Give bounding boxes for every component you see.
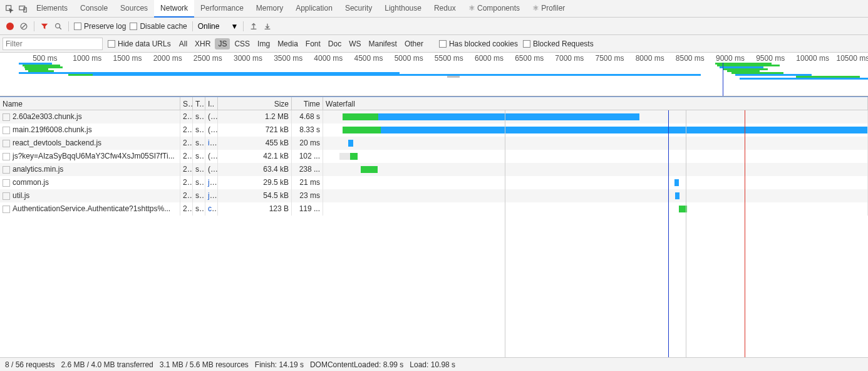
cell-s: 2..	[180, 123, 193, 137]
col-status[interactable]: S..	[180, 97, 193, 110]
type-filter-css[interactable]: CSS	[231, 38, 253, 50]
file-name: react_devtools_backend.js	[13, 138, 101, 147]
cell-size: 1.2 MB	[218, 110, 292, 123]
disable-cache-checkbox[interactable]: Disable cache	[130, 22, 187, 31]
cell-t: s..	[193, 110, 205, 123]
filter-input[interactable]	[3, 38, 103, 50]
cell-s: 2..	[180, 110, 193, 123]
divider	[192, 21, 193, 31]
type-filter-other[interactable]: Other	[401, 38, 426, 50]
tab-sources[interactable]: Sources	[114, 0, 154, 18]
filter-toggle-icon[interactable]	[39, 21, 49, 31]
waterfall-cell	[323, 123, 868, 137]
hide-data-urls-checkbox[interactable]: Hide data URLs	[108, 39, 171, 48]
tab--profiler[interactable]: ⚛ Profiler	[526, 0, 571, 18]
search-icon[interactable]	[53, 21, 63, 31]
cell-i: (...	[205, 150, 218, 163]
preserve-log-checkbox[interactable]: Preserve log	[74, 22, 126, 31]
waterfall-segment	[381, 127, 868, 133]
cell-s: 2..	[180, 163, 193, 176]
waterfall-segment	[679, 206, 687, 212]
type-filter-ws[interactable]: WS	[346, 38, 364, 50]
checkbox-icon	[439, 40, 447, 48]
checkbox-icon	[108, 40, 115, 48]
table-row[interactable]: react_devtools_backend.js2..s..i...455 k…	[0, 137, 868, 150]
throttle-select[interactable]: Online▼	[198, 22, 239, 31]
type-filter-manifest[interactable]: Manifest	[366, 38, 400, 50]
tab-console[interactable]: Console	[74, 0, 114, 18]
tick-label: 500 ms	[33, 54, 57, 63]
tab-application[interactable]: Application	[289, 0, 339, 18]
tab-elements[interactable]: Elements	[30, 0, 74, 18]
table-row[interactable]: analytics.min.js2..s..(...63.4 kB238 ...	[0, 163, 868, 176]
file-icon	[3, 192, 10, 200]
col-initiator[interactable]: I..	[205, 97, 218, 110]
cell-t: s..	[193, 137, 205, 150]
waterfall-cell	[323, 176, 868, 189]
cell-s: 2..	[180, 176, 193, 189]
cell-i: j...	[205, 189, 218, 202]
cell-i: (...	[205, 110, 218, 123]
type-filters: AllXHRJSCSSImgMediaFontDocWSManifestOthe…	[176, 38, 426, 50]
record-button[interactable]	[5, 21, 15, 31]
clear-icon[interactable]	[19, 21, 29, 31]
waterfall-segment	[343, 127, 381, 133]
chevron-down-icon: ▼	[230, 22, 238, 31]
waterfall-segment	[378, 113, 639, 120]
waterfall-segment	[343, 113, 378, 120]
cell-t: s..	[193, 163, 205, 176]
tab-lighthouse[interactable]: Lighthouse	[378, 0, 428, 18]
tab-performance[interactable]: Performance	[194, 0, 250, 18]
network-grid: Name S.. T.. I.. Size Time Waterfall 2.6…	[0, 97, 868, 357]
type-filter-all[interactable]: All	[176, 38, 190, 50]
table-row[interactable]: util.js2..s..j...54.5 kB23 ms	[0, 189, 868, 202]
col-waterfall[interactable]: Waterfall	[323, 97, 868, 110]
divider	[243, 21, 244, 31]
type-filter-media[interactable]: Media	[274, 38, 301, 50]
table-row[interactable]: js?key=AIzaSyBqqU6MaY3Cfw4XsJm05SI7fTi..…	[0, 150, 868, 163]
cell-i: c..	[205, 202, 218, 216]
table-row[interactable]: main.219f6008.chunk.js2..s..(...721 kB8.…	[0, 123, 868, 137]
upload-har-icon[interactable]	[249, 21, 259, 31]
type-filter-font[interactable]: Font	[302, 38, 324, 50]
tick-label: 3000 ms	[234, 54, 262, 63]
cell-t: s..	[193, 123, 205, 137]
cell-size: 455 kB	[218, 137, 292, 150]
tab-security[interactable]: Security	[339, 0, 378, 18]
tick-label: 2000 ms	[153, 54, 182, 63]
tab-redux[interactable]: Redux	[428, 0, 462, 18]
tab--components[interactable]: ⚛ Components	[462, 0, 526, 18]
cell-time: 4.68 s	[292, 110, 323, 123]
file-icon	[3, 206, 10, 213]
svg-point-4	[56, 23, 60, 28]
timeline-overview[interactable]: 500 ms1000 ms1500 ms2000 ms2500 ms3000 m…	[0, 53, 868, 97]
type-filter-xhr[interactable]: XHR	[192, 38, 214, 50]
file-name: main.219f6008.chunk.js	[13, 125, 92, 134]
cell-i: i...	[205, 137, 218, 150]
blocked-requests-checkbox[interactable]: Blocked Requests	[523, 39, 594, 48]
tick-label: 2500 ms	[194, 54, 222, 63]
type-filter-js[interactable]: JS	[215, 38, 230, 50]
cell-time: 8.33 s	[292, 123, 323, 137]
col-type[interactable]: T..	[193, 97, 205, 110]
col-size[interactable]: Size	[218, 97, 292, 110]
type-filter-doc[interactable]: Doc	[325, 38, 344, 50]
cell-s: 2..	[180, 202, 193, 216]
col-time[interactable]: Time	[292, 97, 323, 110]
tick-label: 3500 ms	[274, 54, 302, 63]
type-filter-img[interactable]: Img	[254, 38, 273, 50]
tick-label: 7000 ms	[555, 54, 584, 63]
table-row[interactable]: 2.60a2e303.chunk.js2..s..(...1.2 MB4.68 …	[0, 110, 868, 123]
has-blocked-cookies-checkbox[interactable]: Has blocked cookies	[439, 39, 518, 48]
tab-network[interactable]: Network	[154, 0, 194, 18]
table-row[interactable]: AuthenticationService.Authenticate?1shtt…	[0, 202, 868, 216]
table-row[interactable]: common.js2..s..j...29.5 kB21 ms	[0, 176, 868, 189]
col-name[interactable]: Name	[0, 97, 180, 110]
file-name: AuthenticationService.Authenticate?1shtt…	[13, 204, 170, 213]
tick-label: 9000 ms	[716, 54, 745, 63]
toggle-device-icon[interactable]	[16, 2, 30, 16]
file-name: js?key=AIzaSyBqqU6MaY3Cfw4XsJm05SI7fTi..…	[13, 152, 175, 160]
download-har-icon[interactable]	[262, 21, 272, 31]
tab-memory[interactable]: Memory	[250, 0, 289, 18]
inspect-element-icon[interactable]	[3, 2, 16, 16]
